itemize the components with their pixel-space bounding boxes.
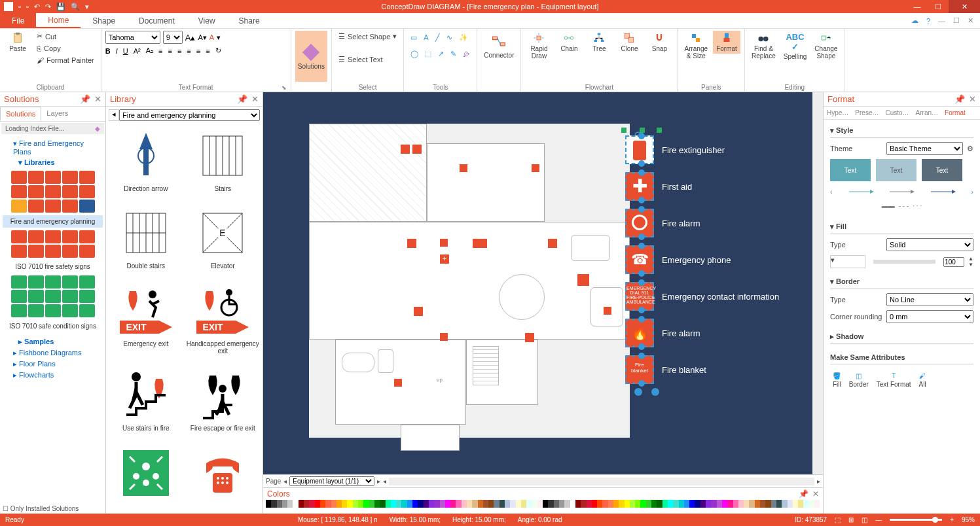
- pin-icon[interactable]: 📌: [799, 489, 808, 499]
- qat-dropdown-icon[interactable]: ▾: [85, 3, 89, 11]
- color-swatch[interactable]: [325, 500, 331, 508]
- tab-home[interactable]: Home: [36, 13, 81, 28]
- connector-button[interactable]: Connector: [481, 31, 517, 60]
- tree-samples[interactable]: Samples: [3, 336, 103, 347]
- color-swatch[interactable]: [575, 500, 581, 508]
- category-icon[interactable]: [28, 290, 44, 303]
- category-icon[interactable]: [45, 245, 61, 258]
- line-tool-icon[interactable]: ╱: [435, 33, 440, 42]
- color-swatch[interactable]: [494, 500, 499, 508]
- color-swatch[interactable]: [630, 500, 635, 508]
- fmt-tab-presentation[interactable]: Prese…: [852, 107, 882, 119]
- vertical-scrollbar[interactable]: [812, 92, 823, 474]
- category-icon[interactable]: [79, 275, 95, 289]
- color-swatch[interactable]: [809, 500, 814, 508]
- font-family-select[interactable]: Tahoma: [105, 31, 160, 44]
- color-swatch[interactable]: [386, 500, 391, 508]
- color-swatch[interactable]: [342, 500, 347, 508]
- color-swatch[interactable]: [788, 500, 793, 508]
- qat-save-icon[interactable]: 💾: [56, 3, 65, 11]
- align-top-icon[interactable]: ≡: [187, 47, 191, 55]
- line-dashed[interactable]: - - -: [899, 202, 909, 209]
- category-icon[interactable]: [62, 275, 78, 289]
- color-swatch[interactable]: [613, 500, 619, 508]
- color-swatch[interactable]: [299, 500, 304, 508]
- color-swatch[interactable]: [706, 500, 711, 508]
- color-swatch[interactable]: [559, 500, 564, 508]
- category-icon[interactable]: [11, 304, 27, 317]
- zoom-out-icon[interactable]: —: [875, 516, 882, 523]
- corner-rounding-select[interactable]: 0 mm: [886, 310, 973, 323]
- fill-color-picker[interactable]: ▾: [830, 255, 865, 268]
- underline-button[interactable]: U: [123, 47, 128, 55]
- fire-symbol[interactable]: [577, 274, 589, 286]
- color-swatch[interactable]: [499, 500, 505, 508]
- color-swatch[interactable]: [608, 500, 613, 508]
- color-swatch[interactable]: [711, 500, 716, 508]
- same-border-button[interactable]: ◫Border: [849, 372, 869, 388]
- category-icon[interactable]: [79, 230, 95, 243]
- clone-button[interactable]: Clone: [615, 31, 643, 54]
- selection-handle[interactable]: [657, 128, 662, 133]
- font-size-select[interactable]: 9: [163, 31, 183, 44]
- category-icon[interactable]: [11, 275, 27, 289]
- color-swatch[interactable]: [407, 500, 412, 508]
- pen-tool-icon[interactable]: ✎: [450, 50, 456, 58]
- lib-item[interactable]: [186, 444, 261, 511]
- shrink-font-icon[interactable]: A▾: [198, 33, 206, 42]
- category-icon[interactable]: [79, 304, 95, 317]
- legend-item[interactable]: ✚First aid: [625, 168, 782, 205]
- color-swatch[interactable]: [472, 500, 477, 508]
- color-swatch[interactable]: [597, 500, 602, 508]
- pin-icon[interactable]: 📌: [237, 94, 247, 104]
- color-swatch[interactable]: [771, 500, 776, 508]
- snap-button[interactable]: Snap: [645, 31, 673, 54]
- category-icon[interactable]: [62, 290, 78, 303]
- color-swatch[interactable]: [456, 500, 461, 508]
- color-swatch[interactable]: [488, 500, 494, 508]
- qat-redo-icon[interactable]: ↷: [45, 3, 51, 11]
- arrow-style-1[interactable]: [848, 188, 874, 196]
- lib-item[interactable]: Double stairs: [109, 203, 183, 278]
- help-icon[interactable]: ?: [926, 17, 930, 25]
- text-tool-icon[interactable]: A: [424, 33, 428, 42]
- arrange-size-button[interactable]: Arrange & Size: [681, 31, 710, 61]
- grow-font-icon[interactable]: A▴: [185, 33, 196, 43]
- arrow-tool-icon[interactable]: ↗: [438, 50, 444, 58]
- close-button[interactable]: ✕: [949, 0, 980, 13]
- category-label[interactable]: ISO 7010 safe condition signs: [3, 320, 103, 332]
- color-swatch[interactable]: [651, 500, 657, 508]
- category-icon[interactable]: [11, 200, 27, 213]
- legend-item[interactable]: Fire alarm: [625, 205, 782, 241]
- color-swatch[interactable]: [505, 500, 510, 508]
- color-swatch[interactable]: [516, 500, 521, 508]
- canvas[interactable]: + up ⟳: [263, 92, 823, 474]
- view-mode3-icon[interactable]: ◫: [862, 516, 867, 523]
- change-shape-button[interactable]: Change Shape: [812, 31, 840, 61]
- category-icon[interactable]: [79, 185, 95, 198]
- fire-symbol[interactable]: [394, 379, 402, 387]
- category-icon[interactable]: [62, 230, 78, 243]
- category-icon[interactable]: [79, 200, 95, 213]
- only-installed-check[interactable]: ☐ Only Installed Solutions: [0, 504, 105, 514]
- color-swatch[interactable]: [738, 500, 744, 508]
- selection-handle[interactable]: [651, 388, 659, 396]
- category-label[interactable]: ISO 7010 fire safety signs: [3, 260, 103, 273]
- color-swatch[interactable]: [331, 500, 336, 508]
- color-swatch[interactable]: [749, 500, 754, 508]
- doc-close-icon[interactable]: ✕: [968, 16, 973, 25]
- line-dotted[interactable]: · · ·: [913, 202, 922, 209]
- legend-item[interactable]: 🔥Fire alarm: [625, 315, 782, 351]
- fire-symbol[interactable]: [548, 239, 557, 248]
- color-swatch[interactable]: [587, 500, 592, 508]
- category-icon[interactable]: [62, 200, 78, 213]
- hscroll-left-icon[interactable]: ◂: [383, 478, 386, 485]
- color-swatch[interactable]: [581, 500, 586, 508]
- color-swatch[interactable]: [271, 500, 276, 508]
- solutions-tab[interactable]: Solutions: [0, 107, 41, 121]
- align-bottom-icon[interactable]: ≡: [206, 47, 209, 55]
- color-swatch[interactable]: [689, 500, 695, 508]
- color-swatch[interactable]: [424, 500, 429, 508]
- page-next-icon[interactable]: ▸: [377, 478, 380, 485]
- fire-symbol[interactable]: [532, 164, 539, 172]
